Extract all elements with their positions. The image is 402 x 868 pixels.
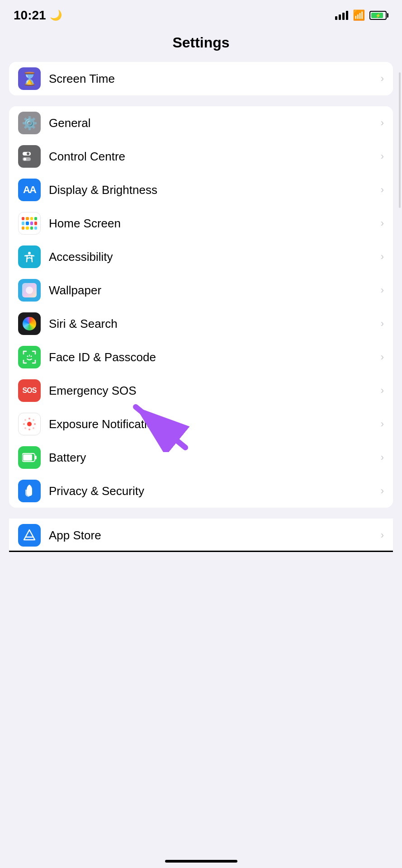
- siri-search-item[interactable]: Siri & Search ›: [9, 307, 393, 340]
- svg-point-1: [27, 152, 29, 155]
- display-brightness-item[interactable]: AA Display & Brightness ›: [9, 173, 393, 207]
- general-item[interactable]: ⚙️ General ›: [9, 106, 393, 140]
- screen-time-group: ⌛ Screen Time ›: [9, 62, 393, 95]
- status-time: 10:21: [14, 8, 46, 23]
- status-icons: 📶 ⚡: [335, 9, 388, 21]
- siri-search-chevron: ›: [381, 318, 384, 330]
- privacy-security-icon: [18, 480, 41, 502]
- screen-time-chevron: ›: [381, 73, 384, 85]
- screen-time-label: Screen Time: [49, 72, 377, 86]
- display-brightness-label: Display & Brightness: [49, 183, 377, 197]
- home-screen-label: Home Screen: [49, 217, 377, 231]
- home-screen-chevron: ›: [381, 217, 384, 229]
- emergency-sos-item[interactable]: SOS Emergency SOS ›: [9, 374, 393, 407]
- screen-time-icon: ⌛: [18, 67, 41, 90]
- wallpaper-item[interactable]: Wallpaper ›: [9, 274, 393, 307]
- app-store-item[interactable]: App Store ›: [9, 519, 393, 552]
- toggle-svg: [23, 151, 36, 162]
- wallpaper-icon: [18, 279, 41, 302]
- exposure-icon: [18, 413, 41, 435]
- home-screen-icon: [18, 212, 41, 235]
- face-id-icon: [18, 346, 41, 368]
- battery-item-icon: [18, 446, 41, 469]
- face-id-chevron: ›: [381, 351, 384, 363]
- general-chevron: ›: [381, 117, 384, 129]
- svg-point-10: [28, 429, 30, 430]
- scrollbar[interactable]: [399, 72, 401, 208]
- control-centre-icon: [18, 145, 41, 168]
- app-store-label: App Store: [49, 528, 377, 542]
- svg-point-13: [24, 419, 26, 421]
- face-id-item[interactable]: Face ID & Passcode ›: [9, 340, 393, 374]
- app-store-icon: [18, 524, 41, 547]
- svg-point-9: [28, 418, 30, 420]
- svg-point-16: [33, 427, 34, 429]
- svg-point-15: [24, 427, 26, 429]
- hand-svg: [23, 484, 36, 498]
- battery-label: Battery: [49, 451, 377, 465]
- screen-time-item[interactable]: ⌛ Screen Time ›: [9, 62, 393, 95]
- control-centre-item[interactable]: Control Centre ›: [9, 140, 393, 173]
- battery-item[interactable]: Battery ›: [9, 441, 393, 474]
- status-bar: 10:21 🌙 📶 ⚡: [0, 0, 402, 27]
- control-centre-chevron: ›: [381, 151, 384, 162]
- accessibility-chevron: ›: [381, 251, 384, 263]
- accessibility-label: Accessibility: [49, 250, 377, 264]
- app-store-chevron: ›: [381, 529, 384, 541]
- home-screen-item[interactable]: Home Screen ›: [9, 207, 393, 240]
- face-id-svg: [23, 350, 36, 364]
- wifi-icon: 📶: [353, 9, 365, 21]
- siri-search-label: Siri & Search: [49, 317, 377, 331]
- display-brightness-icon: AA: [18, 179, 41, 201]
- general-label: General: [49, 116, 377, 130]
- emergency-sos-label: Emergency SOS: [49, 384, 377, 398]
- face-id-label: Face ID & Passcode: [49, 350, 377, 364]
- privacy-security-item[interactable]: Privacy & Security ›: [9, 474, 393, 508]
- svg-rect-18: [23, 454, 32, 461]
- svg-point-14: [33, 419, 34, 421]
- svg-point-11: [23, 423, 25, 425]
- svg-point-6: [31, 356, 32, 357]
- exposure-label: Exposure Notifications: [49, 417, 377, 431]
- app-store-svg: [23, 529, 36, 542]
- exposure-svg: [22, 417, 37, 431]
- accessibility-icon: [18, 245, 41, 268]
- svg-point-8: [27, 422, 32, 426]
- emergency-sos-chevron: ›: [381, 385, 384, 396]
- privacy-security-chevron: ›: [381, 485, 384, 497]
- page-title: Settings: [0, 27, 402, 62]
- svg-point-5: [27, 356, 28, 357]
- wallpaper-chevron: ›: [381, 284, 384, 296]
- privacy-security-label: Privacy & Security: [49, 484, 377, 498]
- home-indicator: [165, 860, 237, 863]
- battery-icon: ⚡: [369, 11, 388, 20]
- general-icon: ⚙️: [18, 112, 41, 134]
- svg-point-3: [24, 158, 26, 160]
- control-centre-label: Control Centre: [49, 150, 377, 164]
- svg-point-4: [28, 252, 31, 255]
- emergency-sos-icon: SOS: [18, 379, 41, 402]
- battery-svg: [22, 453, 37, 462]
- exposure-item[interactable]: Exposure Notifications ›: [9, 407, 393, 441]
- wallpaper-label: Wallpaper: [49, 283, 377, 297]
- signal-icon: [335, 11, 348, 20]
- display-brightness-chevron: ›: [381, 184, 384, 196]
- battery-chevron: ›: [381, 452, 384, 463]
- accessibility-svg: [23, 250, 36, 264]
- svg-point-12: [34, 423, 36, 425]
- exposure-chevron: ›: [381, 418, 384, 430]
- accessibility-item[interactable]: Accessibility ›: [9, 240, 393, 274]
- siri-icon: [18, 312, 41, 335]
- svg-rect-19: [35, 456, 37, 459]
- moon-icon: 🌙: [50, 9, 62, 21]
- general-group: ⚙️ General › Control Centre › AA Display…: [9, 106, 393, 508]
- app-store-group: App Store ›: [9, 519, 393, 552]
